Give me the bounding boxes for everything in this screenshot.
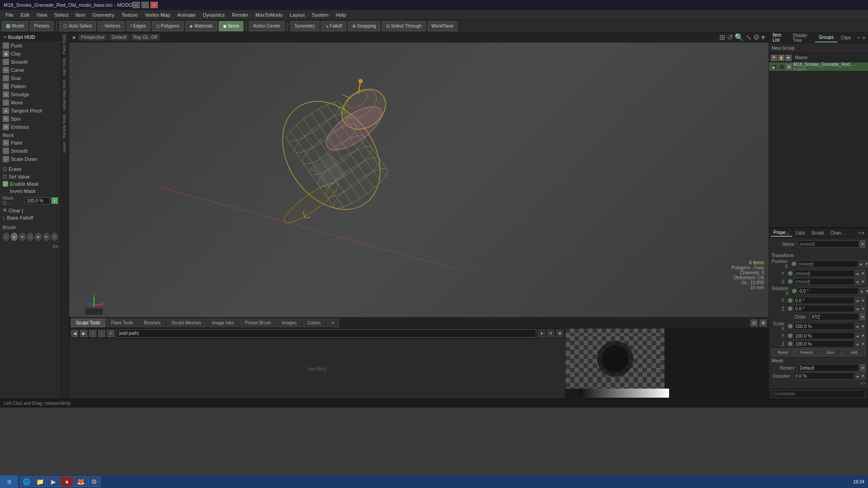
right-panel-menu[interactable]: ≡ [862, 34, 866, 41]
menu-system[interactable]: System [308, 11, 332, 19]
path-settings[interactable]: ⚙ [556, 329, 563, 338]
tab-image-inks[interactable]: Image Inks [207, 319, 239, 327]
mode-model-button[interactable]: Model [2, 21, 28, 31]
scale-x-down[interactable]: ▼ [861, 323, 865, 330]
menu-file[interactable]: File [2, 11, 17, 19]
tab-groups[interactable]: Groups [815, 33, 837, 42]
snapping-button[interactable]: ⊕ Snapping [348, 21, 380, 31]
list-icon-eye[interactable]: 👁 [771, 55, 777, 61]
tool-emboss[interactable]: ⊞ Emboss [0, 123, 61, 131]
brush-text[interactable]: T [51, 233, 58, 241]
list-item-lock[interactable] [779, 64, 784, 70]
rotation-z-up[interactable]: ▲ [855, 305, 860, 312]
rotation-y-input[interactable] [793, 297, 854, 304]
props-tab-lists[interactable]: Lists [793, 230, 808, 236]
taskbar-app-red[interactable]: ● [61, 476, 73, 487]
mask-opacity-input[interactable] [25, 197, 50, 204]
auto-select-button[interactable]: ⬡ Auto Select [59, 21, 96, 31]
position-z-up[interactable]: ▲ [855, 278, 860, 285]
position-y-input[interactable] [793, 270, 854, 277]
mode-presets-button[interactable]: Presets [30, 21, 53, 31]
forward-btn[interactable]: ▶ [80, 330, 87, 337]
tool-flatten[interactable]: ═ Flatten [0, 82, 61, 90]
position-x-input[interactable] [797, 260, 858, 267]
props-tab-properties[interactable]: Prope... [771, 229, 792, 237]
command-input[interactable] [772, 390, 865, 398]
props-tab-sculpt[interactable]: Sculpt [809, 230, 827, 236]
dissolve-input[interactable] [793, 372, 854, 380]
add-path-btn[interactable]: + [107, 330, 114, 337]
freeze-btn[interactable]: Freeze [795, 349, 818, 356]
dissolve-up[interactable]: ▲ [855, 372, 860, 380]
rotation-x-input[interactable] [797, 287, 859, 295]
items-button[interactable]: ◉ Items [219, 21, 243, 31]
tab-paint-tools[interactable]: Paint Tools [106, 319, 138, 327]
props-menu[interactable]: ≡ [862, 230, 864, 235]
mask-paint[interactable]: ✏ Paint [0, 139, 61, 147]
clear-mask-item[interactable]: ✕ Clear [ [3, 206, 58, 214]
viewport-icon6[interactable]: ▾ [761, 33, 765, 42]
up-btn[interactable]: ↑ [89, 330, 96, 337]
menu-vertexmap[interactable]: Vertex Map [142, 11, 174, 19]
scale-z-down[interactable]: ▼ [861, 340, 865, 347]
list-item-grenade[interactable]: ● ◈ M18_Smoke_Grenade_Red... 6 Items [769, 62, 868, 71]
tool-clay[interactable]: ◼ Clay [0, 50, 61, 58]
position-z-down[interactable]: ▼ [861, 278, 865, 285]
tab-colors[interactable]: Colors [302, 319, 326, 327]
close-button[interactable]: ✕ [151, 2, 158, 8]
menu-select[interactable]: Select [51, 11, 72, 19]
strip-particle-tools[interactable]: Particle Tools [61, 113, 69, 140]
render-input[interactable] [798, 364, 859, 371]
minimize-button[interactable]: ─ [132, 2, 140, 8]
viewport-perspective[interactable]: Perspective [78, 34, 107, 41]
maximize-button[interactable]: □ [142, 2, 149, 8]
select-through-button[interactable]: ⊡ Select Through [382, 21, 426, 31]
menu-item[interactable]: Item [72, 11, 89, 19]
rotation-z-down[interactable]: ▼ [861, 305, 865, 312]
symmetry-button[interactable]: Symmetry [291, 21, 319, 31]
rotation-x-down[interactable]: ▼ [865, 287, 868, 295]
list-icon-render[interactable]: ■ [785, 55, 792, 61]
brush-circle-empty[interactable]: ○ [3, 233, 9, 241]
down-btn[interactable]: ↓ [98, 330, 105, 337]
tab-clips[interactable]: Clips [837, 33, 854, 42]
menu-edit[interactable]: Edit [17, 11, 33, 19]
edges-button[interactable]: / Edges [127, 21, 150, 31]
tab-sculpt-tools[interactable]: Sculpt Tools [71, 319, 105, 327]
tool-scar[interactable]: / Scar [0, 74, 61, 82]
strip-vertex-map-tools[interactable]: Vertex Map Tools [61, 78, 69, 113]
tab-shader-tree[interactable]: Shader Tree [789, 31, 816, 45]
start-button[interactable]: ⊞ [0, 475, 18, 488]
brush-more-btn[interactable]: >> [52, 244, 58, 249]
viewport-icon5[interactable]: ⚙ [753, 33, 760, 42]
tool-move[interactable]: ↕ Move [0, 99, 61, 107]
scale-x-up[interactable]: ▲ [855, 323, 860, 330]
scale-y-down[interactable]: ▼ [861, 332, 865, 339]
position-x-up[interactable]: ▲ [859, 260, 863, 267]
add-btn[interactable]: Add [843, 349, 865, 356]
list-item-visibility[interactable]: ● [772, 64, 777, 70]
menu-view[interactable]: View [33, 11, 51, 19]
scale-x-input[interactable] [793, 323, 854, 330]
position-y-up[interactable]: ▲ [855, 270, 860, 277]
rotation-x-up[interactable]: ▲ [859, 287, 864, 295]
menu-dynamics[interactable]: Dynamics [199, 11, 228, 19]
brush-star[interactable]: ✦ [19, 233, 26, 241]
tab-brushes[interactable]: Brushes [139, 319, 166, 327]
scale-z-up[interactable]: ▲ [855, 340, 860, 347]
tool-smooth[interactable]: ~ Smooth [0, 58, 61, 66]
tool-spin[interactable]: ↻ Spin [0, 115, 61, 123]
order-dropdown[interactable]: ▾ [860, 313, 865, 320]
viewport-icon4[interactable]: ⤡ [745, 33, 751, 42]
position-y-down[interactable]: ▼ [861, 270, 865, 277]
path-refresh[interactable]: ↺ [547, 329, 554, 338]
name-dropdown[interactable]: ▾ [860, 240, 865, 248]
brush-cross[interactable]: ⊕ [35, 233, 42, 241]
bake-falloff-item[interactable]: ↓ Bake Falloff [3, 214, 58, 221]
rotation-y-down[interactable]: ▼ [861, 297, 865, 304]
order-input[interactable] [810, 313, 859, 320]
tool-smudge[interactable]: ≋ Smudge [0, 90, 61, 99]
position-z-input[interactable] [793, 278, 854, 285]
menu-maxtomodo[interactable]: MaxToModo [252, 11, 286, 19]
props-add[interactable]: + [858, 230, 861, 235]
